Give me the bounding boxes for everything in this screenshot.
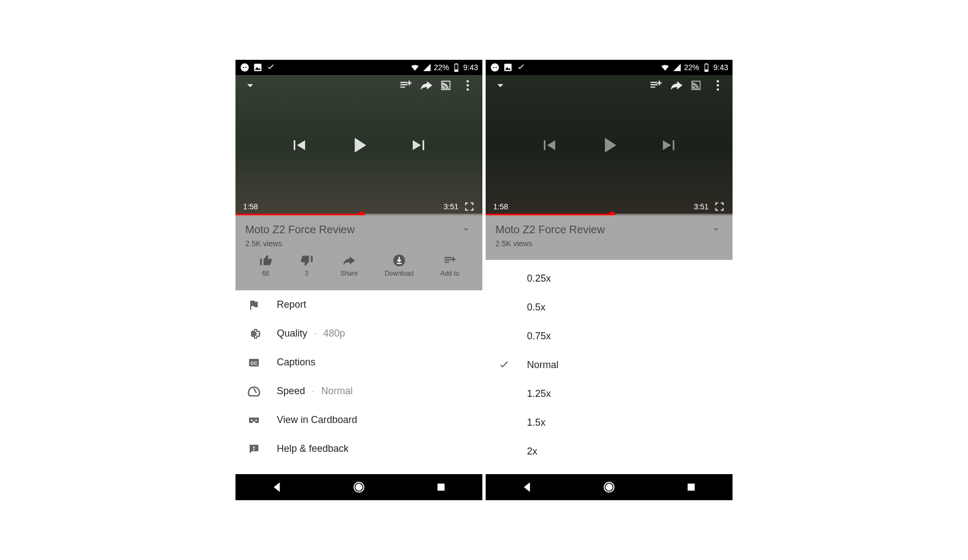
video-player-dimmed: 1:58 3:51	[235, 75, 482, 215]
expand-icon[interactable]	[460, 223, 473, 236]
share-button[interactable]: Share	[340, 253, 358, 277]
svg-point-12	[252, 332, 256, 335]
status-bar: 22% 9:43	[486, 60, 733, 75]
flag-icon	[247, 298, 260, 312]
thumb-up-icon	[259, 253, 273, 267]
wifi-icon	[410, 63, 420, 72]
menu-speed[interactable]: Speed · Normal	[235, 377, 482, 406]
home-icon[interactable]	[603, 481, 616, 494]
video-title: Moto Z2 Force Review	[495, 223, 710, 236]
home-icon[interactable]	[352, 481, 365, 494]
cast-icon[interactable]	[440, 78, 454, 92]
download-icon	[392, 253, 406, 267]
svg-point-10	[467, 88, 469, 90]
menu-captions[interactable]: CC Captions	[235, 348, 482, 377]
play-icon[interactable]	[597, 133, 622, 158]
share-icon	[342, 253, 356, 267]
chat-bubble-icon	[240, 63, 250, 72]
speed-option-0-75x[interactable]: 0.75x	[486, 322, 733, 351]
dislike-button[interactable]: 3	[300, 253, 314, 277]
next-icon[interactable]	[409, 135, 429, 155]
speed-option-1-5x[interactable]: 1.5x	[486, 408, 733, 437]
svg-point-30	[717, 80, 719, 82]
recents-icon[interactable]	[435, 481, 448, 494]
svg-point-24	[495, 67, 497, 68]
speed-option-normal[interactable]: Normal	[486, 351, 733, 379]
thumb-down-icon	[300, 253, 314, 267]
download-label: Download	[384, 270, 413, 277]
svg-point-23	[493, 67, 494, 68]
share-arrow-icon[interactable]	[419, 78, 433, 92]
play-icon[interactable]	[346, 133, 371, 158]
clock: 9:43	[713, 63, 728, 72]
speed-option-1-25x[interactable]: 1.25x	[486, 379, 733, 408]
like-button[interactable]: 66	[259, 253, 273, 277]
view-count: 2.5K views	[495, 239, 723, 248]
download-button[interactable]: Download	[384, 253, 413, 277]
clock: 9:43	[463, 63, 478, 72]
svg-rect-18	[253, 449, 255, 450]
expand-icon[interactable]	[710, 223, 723, 236]
image-icon	[503, 63, 513, 72]
svg-rect-28	[705, 70, 708, 72]
nav-bar	[486, 474, 733, 500]
playlist-add-icon[interactable]	[649, 78, 663, 92]
menu-quality-label: Quality	[277, 328, 307, 339]
speed-option-0-5x[interactable]: 0.5x	[486, 293, 733, 322]
svg-rect-7	[455, 64, 457, 65]
add-to-button[interactable]: Add to	[440, 253, 460, 277]
back-icon[interactable]	[520, 481, 533, 494]
add-to-label: Add to	[440, 270, 460, 277]
svg-point-9	[467, 84, 469, 86]
menu-cardboard-label: View in Cardboard	[277, 414, 357, 426]
svg-point-22	[491, 64, 499, 72]
svg-rect-17	[253, 446, 255, 449]
share-arrow-icon[interactable]	[669, 78, 684, 92]
battery-percent: 22%	[684, 63, 699, 72]
cast-icon[interactable]	[690, 78, 704, 92]
video-info-panel-dimmed: Moto Z2 Force Review 2.5K views	[486, 215, 733, 260]
back-icon[interactable]	[270, 481, 283, 494]
signal-icon	[422, 63, 432, 72]
like-count: 66	[262, 270, 269, 277]
menu-quality-value: 480p	[323, 328, 345, 339]
collapse-icon[interactable]	[243, 78, 257, 92]
speedometer-icon	[247, 385, 260, 398]
fullscreen-icon[interactable]	[464, 201, 475, 212]
options-menu: Report Quality · 480p CC Captions Speed …	[235, 290, 482, 474]
battery-percent: 22%	[434, 63, 449, 72]
battery-icon	[451, 63, 461, 72]
menu-cardboard[interactable]: View in Cardboard	[235, 406, 482, 434]
svg-rect-25	[504, 64, 512, 71]
video-player-dimmed: 1:58 3:51	[486, 75, 733, 215]
video-info-panel-dimmed: Moto Z2 Force Review 2.5K views 66 3 Sha…	[235, 215, 482, 290]
playlist-add-icon	[443, 253, 457, 267]
speed-option-2x[interactable]: 2x	[486, 437, 733, 466]
recents-icon[interactable]	[685, 481, 698, 494]
nav-bar	[235, 474, 482, 500]
check-icon	[516, 63, 526, 72]
collapse-icon[interactable]	[493, 78, 507, 92]
playlist-add-icon[interactable]	[399, 78, 413, 92]
fullscreen-icon[interactable]	[714, 201, 725, 212]
speed-option-0-25x[interactable]: 0.25x	[486, 264, 733, 293]
view-count: 2.5K views	[245, 239, 473, 248]
menu-quality[interactable]: Quality · 480p	[235, 319, 482, 348]
previous-icon[interactable]	[539, 135, 559, 155]
svg-point-2	[245, 67, 246, 68]
time-elapsed: 1:58	[243, 202, 258, 211]
chat-bubble-icon	[490, 63, 500, 72]
next-icon[interactable]	[660, 135, 679, 155]
previous-icon[interactable]	[289, 135, 308, 155]
menu-help[interactable]: Help & feedback	[235, 434, 482, 463]
more-vert-icon[interactable]	[461, 78, 475, 92]
menu-help-label: Help & feedback	[277, 443, 349, 455]
svg-point-31	[717, 84, 719, 86]
status-bar: 22% 9:43	[235, 60, 482, 75]
svg-rect-29	[705, 64, 707, 65]
cc-icon: CC	[247, 356, 260, 369]
menu-speed-value: Normal	[321, 385, 352, 396]
more-vert-icon[interactable]	[711, 78, 725, 92]
svg-point-32	[717, 88, 719, 90]
menu-report[interactable]: Report	[235, 290, 482, 319]
